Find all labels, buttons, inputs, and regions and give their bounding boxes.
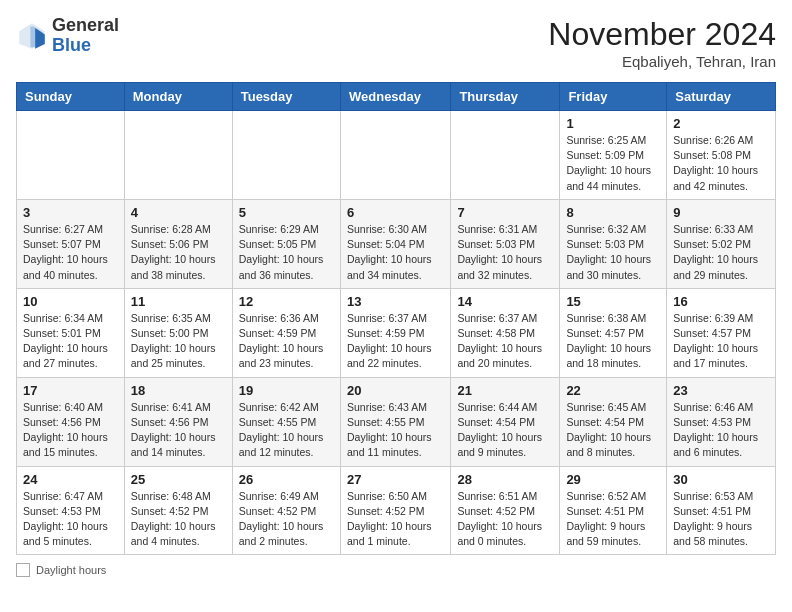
day-number: 17 — [23, 383, 118, 398]
calendar-cell: 5Sunrise: 6:29 AM Sunset: 5:05 PM Daylig… — [232, 199, 340, 288]
day-number: 7 — [457, 205, 553, 220]
weekday-header: Wednesday — [340, 83, 450, 111]
calendar-week-row: 1Sunrise: 6:25 AM Sunset: 5:09 PM Daylig… — [17, 111, 776, 200]
day-detail: Sunrise: 6:33 AM Sunset: 5:02 PM Dayligh… — [673, 222, 769, 283]
calendar-cell: 24Sunrise: 6:47 AM Sunset: 4:53 PM Dayli… — [17, 466, 125, 555]
day-number: 9 — [673, 205, 769, 220]
day-detail: Sunrise: 6:38 AM Sunset: 4:57 PM Dayligh… — [566, 311, 660, 372]
day-number: 29 — [566, 472, 660, 487]
day-detail: Sunrise: 6:36 AM Sunset: 4:59 PM Dayligh… — [239, 311, 334, 372]
day-detail: Sunrise: 6:49 AM Sunset: 4:52 PM Dayligh… — [239, 489, 334, 550]
day-detail: Sunrise: 6:32 AM Sunset: 5:03 PM Dayligh… — [566, 222, 660, 283]
day-number: 14 — [457, 294, 553, 309]
day-number: 28 — [457, 472, 553, 487]
day-detail: Sunrise: 6:51 AM Sunset: 4:52 PM Dayligh… — [457, 489, 553, 550]
day-detail: Sunrise: 6:31 AM Sunset: 5:03 PM Dayligh… — [457, 222, 553, 283]
day-detail: Sunrise: 6:29 AM Sunset: 5:05 PM Dayligh… — [239, 222, 334, 283]
calendar-cell: 27Sunrise: 6:50 AM Sunset: 4:52 PM Dayli… — [340, 466, 450, 555]
calendar-cell: 17Sunrise: 6:40 AM Sunset: 4:56 PM Dayli… — [17, 377, 125, 466]
title-block: November 2024 Eqbaliyeh, Tehran, Iran — [548, 16, 776, 70]
day-detail: Sunrise: 6:48 AM Sunset: 4:52 PM Dayligh… — [131, 489, 226, 550]
calendar-cell: 22Sunrise: 6:45 AM Sunset: 4:54 PM Dayli… — [560, 377, 667, 466]
day-number: 26 — [239, 472, 334, 487]
day-detail: Sunrise: 6:40 AM Sunset: 4:56 PM Dayligh… — [23, 400, 118, 461]
day-number: 24 — [23, 472, 118, 487]
day-detail: Sunrise: 6:43 AM Sunset: 4:55 PM Dayligh… — [347, 400, 444, 461]
month-title: November 2024 — [548, 16, 776, 53]
legend-label: Daylight hours — [36, 564, 106, 576]
day-detail: Sunrise: 6:53 AM Sunset: 4:51 PM Dayligh… — [673, 489, 769, 550]
calendar-cell: 15Sunrise: 6:38 AM Sunset: 4:57 PM Dayli… — [560, 288, 667, 377]
day-number: 30 — [673, 472, 769, 487]
day-number: 16 — [673, 294, 769, 309]
calendar-cell — [340, 111, 450, 200]
weekday-header: Sunday — [17, 83, 125, 111]
calendar-cell: 18Sunrise: 6:41 AM Sunset: 4:56 PM Dayli… — [124, 377, 232, 466]
page-header: General Blue November 2024 Eqbaliyeh, Te… — [16, 16, 776, 70]
day-detail: Sunrise: 6:26 AM Sunset: 5:08 PM Dayligh… — [673, 133, 769, 194]
day-detail: Sunrise: 6:28 AM Sunset: 5:06 PM Dayligh… — [131, 222, 226, 283]
day-detail: Sunrise: 6:41 AM Sunset: 4:56 PM Dayligh… — [131, 400, 226, 461]
calendar-table: SundayMondayTuesdayWednesdayThursdayFrid… — [16, 82, 776, 555]
day-detail: Sunrise: 6:30 AM Sunset: 5:04 PM Dayligh… — [347, 222, 444, 283]
calendar-cell: 10Sunrise: 6:34 AM Sunset: 5:01 PM Dayli… — [17, 288, 125, 377]
day-number: 12 — [239, 294, 334, 309]
day-number: 13 — [347, 294, 444, 309]
day-detail: Sunrise: 6:47 AM Sunset: 4:53 PM Dayligh… — [23, 489, 118, 550]
calendar-cell — [451, 111, 560, 200]
day-detail: Sunrise: 6:34 AM Sunset: 5:01 PM Dayligh… — [23, 311, 118, 372]
calendar-cell: 8Sunrise: 6:32 AM Sunset: 5:03 PM Daylig… — [560, 199, 667, 288]
day-number: 25 — [131, 472, 226, 487]
calendar-week-row: 10Sunrise: 6:34 AM Sunset: 5:01 PM Dayli… — [17, 288, 776, 377]
logo-text: General Blue — [52, 16, 119, 56]
logo-icon — [16, 20, 48, 52]
calendar-cell: 4Sunrise: 6:28 AM Sunset: 5:06 PM Daylig… — [124, 199, 232, 288]
calendar-cell: 6Sunrise: 6:30 AM Sunset: 5:04 PM Daylig… — [340, 199, 450, 288]
calendar-cell: 28Sunrise: 6:51 AM Sunset: 4:52 PM Dayli… — [451, 466, 560, 555]
calendar-cell: 16Sunrise: 6:39 AM Sunset: 4:57 PM Dayli… — [667, 288, 776, 377]
calendar-cell — [17, 111, 125, 200]
day-detail: Sunrise: 6:27 AM Sunset: 5:07 PM Dayligh… — [23, 222, 118, 283]
day-number: 2 — [673, 116, 769, 131]
day-number: 21 — [457, 383, 553, 398]
calendar-cell — [232, 111, 340, 200]
day-number: 11 — [131, 294, 226, 309]
weekday-header: Friday — [560, 83, 667, 111]
calendar-cell: 11Sunrise: 6:35 AM Sunset: 5:00 PM Dayli… — [124, 288, 232, 377]
calendar-cell: 25Sunrise: 6:48 AM Sunset: 4:52 PM Dayli… — [124, 466, 232, 555]
day-number: 6 — [347, 205, 444, 220]
weekday-header: Thursday — [451, 83, 560, 111]
legend-box — [16, 563, 30, 577]
day-detail: Sunrise: 6:37 AM Sunset: 4:58 PM Dayligh… — [457, 311, 553, 372]
day-number: 19 — [239, 383, 334, 398]
day-number: 3 — [23, 205, 118, 220]
calendar-cell: 20Sunrise: 6:43 AM Sunset: 4:55 PM Dayli… — [340, 377, 450, 466]
day-detail: Sunrise: 6:50 AM Sunset: 4:52 PM Dayligh… — [347, 489, 444, 550]
calendar-cell: 9Sunrise: 6:33 AM Sunset: 5:02 PM Daylig… — [667, 199, 776, 288]
location: Eqbaliyeh, Tehran, Iran — [548, 53, 776, 70]
day-detail: Sunrise: 6:45 AM Sunset: 4:54 PM Dayligh… — [566, 400, 660, 461]
weekday-header: Monday — [124, 83, 232, 111]
calendar-week-row: 3Sunrise: 6:27 AM Sunset: 5:07 PM Daylig… — [17, 199, 776, 288]
day-detail: Sunrise: 6:39 AM Sunset: 4:57 PM Dayligh… — [673, 311, 769, 372]
weekday-header: Saturday — [667, 83, 776, 111]
day-detail: Sunrise: 6:44 AM Sunset: 4:54 PM Dayligh… — [457, 400, 553, 461]
day-detail: Sunrise: 6:46 AM Sunset: 4:53 PM Dayligh… — [673, 400, 769, 461]
calendar-header-row: SundayMondayTuesdayWednesdayThursdayFrid… — [17, 83, 776, 111]
calendar-cell: 2Sunrise: 6:26 AM Sunset: 5:08 PM Daylig… — [667, 111, 776, 200]
calendar-cell: 26Sunrise: 6:49 AM Sunset: 4:52 PM Dayli… — [232, 466, 340, 555]
day-number: 5 — [239, 205, 334, 220]
day-detail: Sunrise: 6:35 AM Sunset: 5:00 PM Dayligh… — [131, 311, 226, 372]
day-number: 8 — [566, 205, 660, 220]
calendar-cell: 1Sunrise: 6:25 AM Sunset: 5:09 PM Daylig… — [560, 111, 667, 200]
calendar-cell: 21Sunrise: 6:44 AM Sunset: 4:54 PM Dayli… — [451, 377, 560, 466]
logo: General Blue — [16, 16, 119, 56]
day-detail: Sunrise: 6:37 AM Sunset: 4:59 PM Dayligh… — [347, 311, 444, 372]
calendar-cell: 30Sunrise: 6:53 AM Sunset: 4:51 PM Dayli… — [667, 466, 776, 555]
calendar-cell: 3Sunrise: 6:27 AM Sunset: 5:07 PM Daylig… — [17, 199, 125, 288]
day-number: 22 — [566, 383, 660, 398]
day-number: 4 — [131, 205, 226, 220]
day-number: 20 — [347, 383, 444, 398]
day-number: 18 — [131, 383, 226, 398]
day-number: 23 — [673, 383, 769, 398]
